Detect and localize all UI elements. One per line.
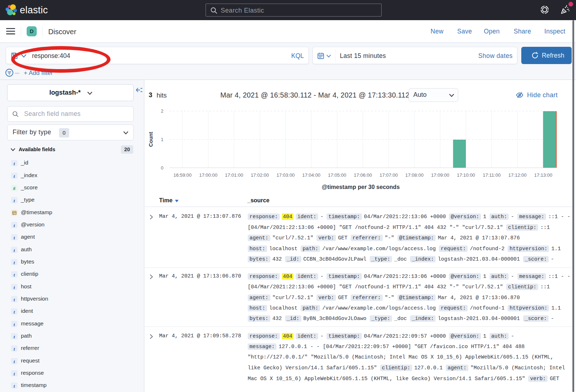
svg-text:17:06:00: 17:06:00	[354, 172, 372, 178]
svg-text:17:11:00: 17:11:00	[483, 172, 501, 178]
svg-text:2: 2	[161, 108, 163, 114]
svg-text:17:01:00: 17:01:00	[225, 172, 243, 178]
svg-text:17:07:00: 17:07:00	[379, 172, 398, 178]
svg-text:17:04:00: 17:04:00	[302, 172, 320, 178]
svg-text:1: 1	[161, 137, 163, 142]
svg-text:17:10:00: 17:10:00	[457, 172, 475, 178]
svg-text:17:08:00: 17:08:00	[405, 172, 424, 178]
svg-text:17:00:00: 17:00:00	[199, 172, 217, 178]
svg-text:Count: Count	[148, 132, 154, 147]
svg-text:17:12:00: 17:12:00	[508, 172, 527, 178]
svg-text:17:09:00: 17:09:00	[431, 172, 449, 178]
svg-text:17:05:00: 17:05:00	[328, 172, 346, 178]
svg-text:17:13:00: 17:13:00	[534, 172, 553, 178]
svg-text:17:02:00: 17:02:00	[251, 172, 269, 178]
svg-text:17:03:00: 17:03:00	[276, 172, 295, 178]
svg-text:16:59:00: 16:59:00	[174, 172, 192, 178]
svg-text:0: 0	[161, 165, 163, 171]
